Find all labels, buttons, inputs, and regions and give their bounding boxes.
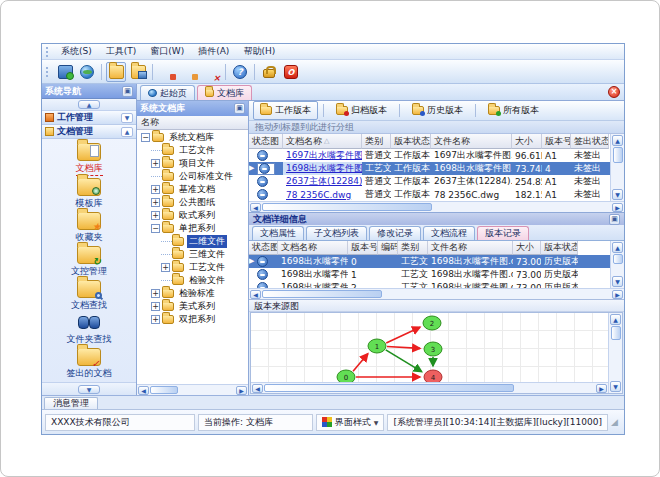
collapse-icon[interactable]: − (141, 133, 150, 142)
column-header-file-name[interactable]: 文件名称 (428, 241, 513, 255)
scroll-up-icon[interactable]: ▲ (612, 242, 623, 253)
expand-icon[interactable]: + (151, 185, 160, 194)
table-row[interactable]: 1698出水嘴零件图.dwg2工艺文件1698出水嘴零件图.dwg73.00KB… (249, 281, 610, 288)
interface-style-dropdown[interactable]: 界面样式 ▼ (316, 414, 385, 431)
column-header-status-icon[interactable]: 状态图 (249, 134, 283, 149)
table-row[interactable]: 2637主体(12284).dwg普通文档工作版本2637主体(12284).d… (249, 175, 610, 188)
doc-add-icon[interactable] (157, 62, 177, 82)
doc-edit-icon[interactable] (179, 62, 199, 82)
scroll-right-icon[interactable]: ▶ (612, 290, 623, 299)
library-icon[interactable] (128, 62, 148, 82)
tree-node[interactable]: −单把系列 (137, 222, 248, 235)
tree-horizontal-scrollbar[interactable]: ◀ ▶ (137, 384, 248, 395)
button-history-versions[interactable]: 历史版本 (405, 101, 470, 120)
tree-node[interactable]: 三维文件 (137, 248, 248, 261)
tree-node[interactable]: 检验文件 (137, 274, 248, 287)
help-icon[interactable]: ? (230, 62, 250, 82)
menu-item-window[interactable]: 窗口(W) (143, 45, 191, 57)
tab-message-management[interactable]: 消息管理 (44, 397, 98, 409)
sidebar-item-doc-control[interactable]: ↻文控管理 (71, 246, 107, 278)
scroll-down-icon[interactable]: ▼ (612, 189, 623, 200)
table-row[interactable]: ▶1698出水嘴零件图.dwg工艺文件工作版本1698出水嘴零件图.dwg73.… (249, 162, 610, 175)
tree-node[interactable]: +项目文件 (137, 157, 248, 170)
group-by-bar[interactable]: 拖动列标题到此进行分组 (249, 121, 624, 134)
column-header-code[interactable]: 编码 (378, 241, 398, 255)
doc-name-link[interactable]: 78 2356C.dwg (286, 190, 351, 200)
column-header-version-status[interactable]: 版本状态 (541, 241, 578, 255)
button-working-versions[interactable]: 工作版本 (253, 101, 318, 120)
chevron-up-icon[interactable]: ▲ (78, 100, 100, 109)
graph-node-4[interactable]: 4 (424, 370, 442, 382)
chevron-up-icon[interactable]: ▲ (121, 127, 133, 137)
tree-node[interactable]: −系统文档库 (137, 131, 248, 144)
expand-icon[interactable]: + (151, 159, 160, 168)
column-header-doc-name[interactable]: 文档名称 (278, 241, 348, 255)
scroll-left-icon[interactable]: ◀ (252, 384, 263, 393)
table-row[interactable]: 78 2356C.dwg普通文档工作版本78 2356C.dwg182.15KB… (249, 188, 610, 201)
pin-icon[interactable]: ▣ (234, 103, 245, 114)
table-row[interactable]: 1698出水嘴零件图.dwg1工艺文件1698出水嘴零件图.dwg73.00KB… (249, 268, 610, 281)
tree-node[interactable]: +美式系列 (137, 300, 248, 313)
button-all-versions[interactable]: 所有版本 (481, 101, 546, 120)
sidebar-group-doc-management[interactable]: 文档管理▲ (42, 125, 136, 139)
scroll-right-icon[interactable]: ▶ (612, 203, 623, 212)
column-header-size[interactable]: 大小 (512, 134, 542, 149)
scrollbar-thumb[interactable] (150, 386, 178, 394)
tree-node[interactable]: +欧式系列 (137, 209, 248, 222)
table-row[interactable]: 1697出水嘴零件图.dwg普通文档工作版本1697出水嘴零件图.dwg96.6… (249, 149, 610, 162)
sidebar-item-folder-search[interactable]: 文件夹查找 (67, 314, 112, 346)
expand-icon[interactable]: + (151, 302, 160, 311)
tab-version-record[interactable]: 版本记录 (477, 226, 529, 240)
scroll-down-icon[interactable]: ▼ (612, 276, 623, 287)
tree-node[interactable]: 工艺文件 (137, 144, 248, 157)
pin-icon[interactable]: ▣ (609, 214, 620, 225)
tab-start-page[interactable]: 起始页 (140, 85, 195, 100)
tab-doc-library[interactable]: 文档库 (197, 85, 252, 100)
column-header-size[interactable]: 大小 (513, 241, 541, 255)
scroll-right-icon[interactable]: ▶ (236, 386, 247, 395)
column-header-doc-name[interactable]: 文档名称△ (283, 134, 362, 149)
tree-node[interactable]: +基准文档 (137, 183, 248, 196)
doc-name-link[interactable]: 1698出水嘴零件图.dwg (286, 162, 362, 175)
button-archived-versions[interactable]: 归档版本 (329, 101, 394, 120)
scroll-left-icon[interactable]: ◀ (250, 203, 261, 212)
sidebar-item-checked-out-docs[interactable]: ✓签出的文档 (67, 348, 112, 380)
globe-icon[interactable] (77, 62, 97, 82)
tree-node[interactable]: 公司标准文件 (137, 170, 248, 183)
scrollbar-thumb[interactable] (264, 384, 514, 392)
scroll-up-icon[interactable]: ▲ (610, 314, 621, 325)
tab-subdoc-list[interactable]: 子文档列表 (306, 226, 367, 240)
doc-name-link[interactable]: 1697出水嘴零件图.dwg (286, 149, 362, 162)
scrollbar-thumb[interactable] (613, 254, 623, 264)
scrollbar-thumb[interactable] (613, 147, 623, 163)
expand-icon[interactable]: + (151, 211, 160, 220)
column-header-status-icon[interactable]: 状态图 (249, 241, 278, 255)
menu-item-plugins[interactable]: 插件(A) (191, 45, 236, 57)
exit-icon[interactable]: O (281, 62, 301, 82)
pin-icon[interactable]: ▣ (122, 86, 133, 97)
sidebar-item-favorites[interactable]: ★收藏夹 (76, 212, 103, 244)
column-header-version-status[interactable]: 版本状态 (391, 134, 431, 149)
main-table-horizontal-scrollbar[interactable]: ◀ ▶ (249, 201, 624, 212)
collapse-icon[interactable]: − (151, 224, 160, 233)
graph-node-2[interactable]: 2 (423, 316, 441, 330)
graph-node-3[interactable]: 3 (424, 342, 442, 356)
scroll-down-icon[interactable]: ▼ (610, 381, 621, 392)
tab-modify-record[interactable]: 修改记录 (369, 226, 421, 240)
sidebar-item-template-library[interactable]: 模板库 (76, 178, 103, 210)
graph-node-1[interactable]: 1 (368, 339, 386, 353)
menu-item-help[interactable]: 帮助(H) (236, 45, 282, 57)
tree-node[interactable]: +检验标准 (137, 287, 248, 300)
chevron-down-icon[interactable]: ▼ (121, 113, 133, 123)
resize-grip[interactable]: ◢ (611, 417, 621, 427)
menu-item-tools[interactable]: 工具(T) (99, 45, 144, 57)
graph-node-0[interactable]: 0 (337, 370, 355, 382)
expand-icon[interactable]: + (161, 263, 170, 272)
graph-vertical-scrollbar[interactable]: ▲ ▼ (608, 313, 622, 393)
scrollbar-thumb[interactable] (611, 326, 621, 340)
scroll-up-icon[interactable]: ▲ (612, 135, 623, 146)
graph-horizontal-scrollbar[interactable]: ◀ ▶ (251, 382, 608, 393)
open-folder-icon[interactable] (106, 62, 126, 82)
column-header-checkout-status[interactable]: 签出状态 (571, 134, 609, 149)
chevron-down-icon[interactable]: ▼ (78, 385, 100, 394)
